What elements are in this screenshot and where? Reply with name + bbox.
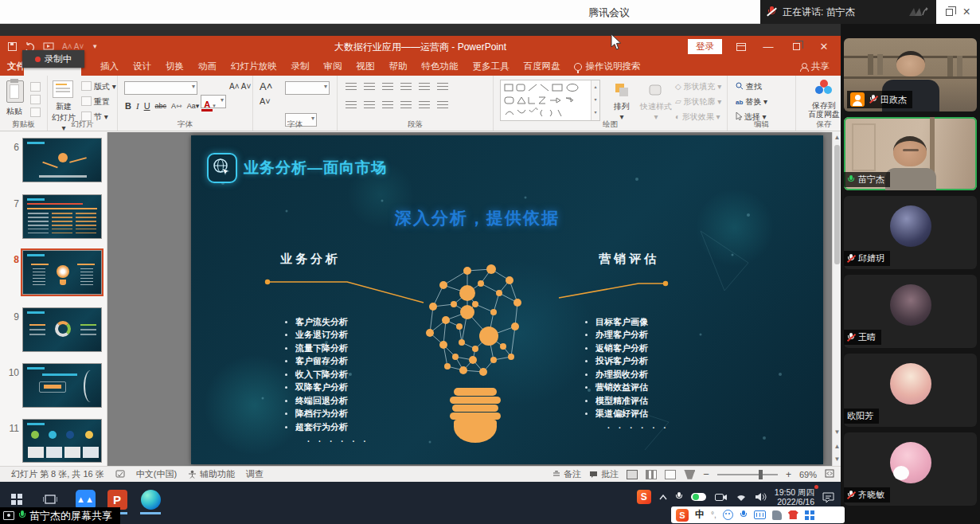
- slide-thumb-10[interactable]: [22, 363, 102, 408]
- zoom-slider[interactable]: [717, 474, 778, 475]
- zoom-out-icon[interactable]: −: [703, 468, 709, 480]
- justify-icon[interactable]: [400, 101, 412, 110]
- layout-button[interactable]: 版式 ▾: [81, 81, 116, 92]
- tray-meeting-pill-icon[interactable]: [691, 492, 707, 502]
- left-bullet-list[interactable]: 客户流失分析 业务退订分析 流量下降分析 客户留存分析 收入下降分析 双降客户分…: [285, 315, 436, 446]
- font2-grow-icon[interactable]: A˄: [260, 80, 272, 92]
- tray-network-icon[interactable]: [736, 493, 747, 502]
- participant-tile[interactable]: 欧阳芳: [844, 354, 977, 427]
- find-button[interactable]: 查找: [736, 81, 767, 92]
- close-window-icon[interactable]: ✕: [812, 36, 836, 57]
- zoom-in-icon[interactable]: +: [786, 469, 791, 480]
- normal-view-icon[interactable]: [627, 470, 638, 479]
- edge-app-icon[interactable]: [140, 489, 161, 510]
- zoom-slider-thumb[interactable]: [759, 470, 763, 479]
- toolbox-icon[interactable]: [805, 510, 814, 520]
- font-color-button[interactable]: A: [201, 100, 213, 111]
- indent-decrease-icon[interactable]: [382, 83, 393, 92]
- notes-toggle[interactable]: 备注: [552, 468, 581, 480]
- tray-expand-icon[interactable]: [659, 495, 667, 500]
- tab-record[interactable]: 录制: [284, 57, 317, 76]
- align-right-icon[interactable]: [382, 101, 393, 110]
- slide-thumb-11[interactable]: [22, 419, 102, 463]
- tab-more-tools[interactable]: 更多工具: [466, 57, 517, 76]
- tab-baidu-pan[interactable]: 百度网盘: [517, 57, 568, 76]
- tab-special-features[interactable]: 特色功能: [415, 57, 466, 76]
- italic-button[interactable]: I: [134, 100, 142, 111]
- grow-font-icon[interactable]: A˄ A˅: [229, 82, 251, 91]
- tab-review[interactable]: 审阅: [317, 57, 349, 76]
- scroll-thumb[interactable]: [834, 145, 840, 264]
- tab-insert[interactable]: 插入: [93, 57, 126, 76]
- font2-combo1[interactable]: [285, 81, 330, 95]
- slide-thumb-6[interactable]: [22, 138, 102, 182]
- font2-shrink-icon[interactable]: A˅: [260, 96, 271, 106]
- right-column-header[interactable]: 营销评估: [599, 252, 659, 267]
- skin-icon[interactable]: [788, 510, 798, 519]
- voice-input-icon[interactable]: [740, 510, 748, 520]
- slide-thumb-8[interactable]: [22, 250, 102, 295]
- shapes-scroll[interactable]: ▴▾▾: [591, 80, 599, 120]
- font-color-dropdown[interactable]: ▾: [213, 103, 216, 109]
- replace-button[interactable]: ab 替换 ▾: [736, 96, 767, 108]
- number-list-icon[interactable]: [364, 83, 375, 92]
- minimize-icon[interactable]: —: [756, 36, 780, 57]
- change-case-button[interactable]: Aa▾: [185, 101, 202, 111]
- underline-button[interactable]: U: [142, 100, 153, 111]
- align-left-icon[interactable]: [346, 101, 357, 110]
- left-column-header[interactable]: 业务分析: [280, 252, 341, 267]
- tab-transitions[interactable]: 切换: [158, 57, 191, 76]
- qat-customize-icon[interactable]: ▼: [92, 43, 98, 50]
- slide-subtitle[interactable]: 深入分析，提供依据: [395, 207, 560, 229]
- shapes-gallery[interactable]: ▴▾▾: [500, 80, 600, 121]
- slide-title[interactable]: 业务分析—面向市场: [244, 158, 387, 178]
- investigate-status[interactable]: 调查: [246, 468, 264, 480]
- fit-window-icon[interactable]: [825, 469, 834, 479]
- shape-outline-button[interactable]: ▱ 形状轮廓 ▾: [675, 96, 721, 108]
- line-spacing-icon[interactable]: [419, 83, 430, 92]
- zoom-level[interactable]: 69%: [799, 470, 817, 479]
- slide-thumb-7[interactable]: [22, 194, 102, 239]
- strikethrough-button[interactable]: abc: [153, 101, 170, 111]
- participant-tile[interactable]: 王晴: [844, 275, 977, 348]
- right-bullet-list[interactable]: 目标客户画像 办理客户分析 返销客户分析 投诉客户分析 办理损收分析 营销效益评…: [585, 315, 736, 432]
- reading-view-icon[interactable]: [665, 470, 676, 479]
- comments-toggle[interactable]: 批注: [589, 468, 619, 480]
- new-slide-icon[interactable]: [53, 80, 73, 98]
- participant-tile[interactable]: 齐晓敏: [844, 432, 977, 506]
- tab-slideshow[interactable]: 幻灯片放映: [224, 57, 284, 76]
- paste-icon[interactable]: [6, 80, 24, 103]
- smartart-convert-icon[interactable]: [437, 101, 448, 110]
- tray-mic-icon[interactable]: [675, 491, 683, 502]
- sogou-logo-icon[interactable]: S: [676, 509, 689, 522]
- quick-styles-button[interactable]: 快速样式▾: [638, 82, 674, 121]
- format-painter-icon[interactable]: [30, 108, 41, 117]
- save-icon[interactable]: [8, 42, 17, 51]
- handwriting-icon[interactable]: [772, 510, 782, 520]
- tab-help[interactable]: 帮助: [382, 57, 415, 76]
- action-center-icon[interactable]: [822, 492, 834, 502]
- columns-icon[interactable]: [419, 101, 430, 110]
- shape-fill-button[interactable]: ◇ 形状填充 ▾: [675, 81, 721, 92]
- align-center-icon[interactable]: [364, 101, 375, 110]
- participant-tile-speaking[interactable]: 苗宁杰: [844, 117, 977, 190]
- restore-window-icon[interactable]: [784, 36, 808, 57]
- punctuation-mode-icon[interactable]: °,: [711, 510, 716, 519]
- text-direction-icon[interactable]: [437, 83, 448, 92]
- participant-tile[interactable]: 田政杰: [844, 38, 977, 111]
- tab-view[interactable]: 视图: [349, 57, 382, 76]
- meeting-toolbar-icons[interactable]: [908, 6, 928, 18]
- emoji-icon[interactable]: [723, 510, 733, 520]
- tab-animations[interactable]: 动画: [191, 57, 224, 76]
- soft-keyboard-icon[interactable]: [754, 510, 766, 519]
- reset-button[interactable]: 重置: [81, 96, 116, 108]
- spellcheck-icon[interactable]: [115, 470, 125, 479]
- arrange-button[interactable]: 排列▾: [608, 82, 635, 121]
- participant-tile[interactable]: 邱婧玥: [844, 196, 977, 269]
- login-button[interactable]: 登录: [688, 39, 722, 54]
- char-spacing-button[interactable]: A⇿: [169, 101, 185, 111]
- ribbon-display-icon[interactable]: [729, 36, 753, 57]
- cut-icon[interactable]: [30, 82, 41, 92]
- bullet-list-icon[interactable]: [346, 83, 357, 92]
- restore-icon[interactable]: [946, 9, 953, 16]
